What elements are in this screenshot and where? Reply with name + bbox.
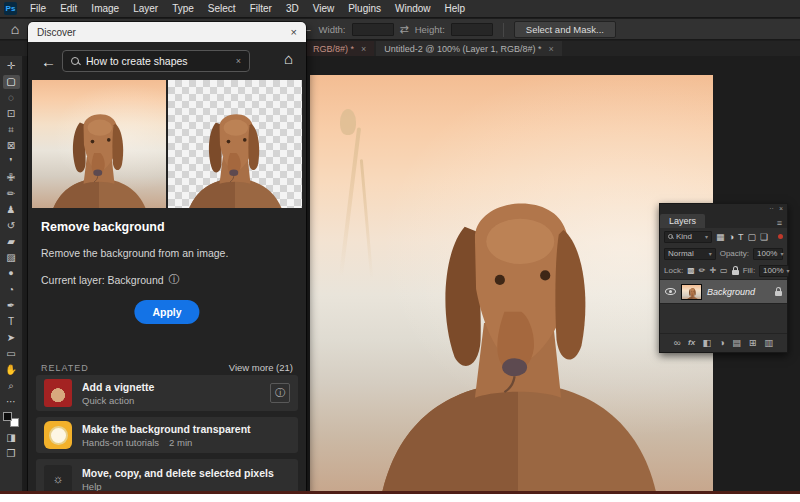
discover-titlebar[interactable]: Discover × <box>28 22 306 42</box>
filter-toggle-icon[interactable] <box>778 234 783 239</box>
edit-toolbar-icon[interactable]: ⋯ <box>3 395 20 409</box>
close-icon[interactable]: × <box>291 26 297 38</box>
panel-menu-icon[interactable]: ≡ <box>777 218 787 228</box>
clear-search-icon[interactable]: × <box>236 56 241 66</box>
select-and-mask-button[interactable]: Select and Mask... <box>514 21 616 38</box>
document-tab-active[interactable]: RGB/8#) * × <box>305 41 374 56</box>
layer-effects-icon[interactable]: fx <box>688 337 695 349</box>
related-card-vignette[interactable]: Add a vignette Quick action ⓘ <box>36 375 298 411</box>
opacity-dropdown[interactable]: 100% ▾ <box>753 248 783 260</box>
height-input[interactable] <box>451 23 493 36</box>
close-tab-icon[interactable]: × <box>361 44 366 54</box>
back-arrow-icon[interactable]: ← <box>41 53 56 70</box>
menu-window[interactable]: Window <box>388 0 438 18</box>
zoom-tool[interactable]: ⌕ <box>3 379 20 393</box>
related-card-transparent-background[interactable]: Make the background transparent Hands-on… <box>36 417 298 453</box>
lock-artboard-icon[interactable]: ▭ <box>720 265 728 277</box>
eyedropper-tool[interactable]: ❜ <box>3 155 20 169</box>
layer-visibility-eye-icon[interactable] <box>665 288 676 295</box>
apply-button[interactable]: Apply <box>134 300 199 324</box>
info-icon[interactable]: ⓘ <box>169 272 180 287</box>
filter-smart-objects-icon[interactable]: ❏ <box>760 231 768 243</box>
hand-tool[interactable]: ✋ <box>3 363 20 377</box>
frame-tool[interactable]: ⊠ <box>3 139 20 153</box>
history-brush-tool[interactable]: ↺ <box>3 219 20 233</box>
link-layers-icon[interactable]: ∞ <box>674 337 681 349</box>
canvas-image[interactable] <box>310 75 713 491</box>
new-group-icon[interactable]: ▤ <box>732 337 741 349</box>
fill-dropdown[interactable]: 100% ▾ <box>759 265 789 277</box>
chevron-down-icon: ▾ <box>787 267 790 274</box>
discover-search-input[interactable]: How to create shapes × <box>62 50 250 72</box>
lightbulb-icon: ☼ <box>44 465 72 493</box>
lasso-tool[interactable]: ◌ <box>3 91 20 105</box>
info-icon[interactable]: ⓘ <box>270 383 290 403</box>
filter-shape-layers-icon[interactable]: ▢ <box>747 231 756 243</box>
blend-mode-dropdown[interactable]: Normal ▾ <box>664 248 716 260</box>
layer-thumbnail[interactable] <box>681 284 702 300</box>
color-swatches[interactable] <box>3 412 19 427</box>
delete-layer-icon[interactable]: ▥ <box>764 337 773 349</box>
filter-kind-dropdown[interactable]: Kind ▾ <box>664 231 712 243</box>
pen-tool[interactable]: ✒ <box>3 299 20 313</box>
width-input[interactable] <box>352 23 394 36</box>
type-tool[interactable]: T <box>3 315 20 329</box>
filter-type-layers-icon[interactable]: T <box>738 231 744 243</box>
shape-tool[interactable]: ▭ <box>3 347 20 361</box>
gradient-tool[interactable]: ▨ <box>3 251 20 265</box>
menu-image[interactable]: Image <box>84 0 126 18</box>
object-selection-tool[interactable]: ⊡ <box>3 107 20 121</box>
fill-value: 100% <box>763 266 783 275</box>
card-title: Make the background transparent <box>82 423 290 435</box>
menu-layer[interactable]: Layer <box>126 0 165 18</box>
adjustment-layer-icon[interactable]: ◑ <box>719 337 725 349</box>
crop-tool[interactable]: ⌗ <box>3 123 20 137</box>
lock-all-icon[interactable] <box>732 270 739 275</box>
document-tab-label: RGB/8#) * <box>313 44 354 54</box>
clone-stamp-tool[interactable]: ♟ <box>3 203 20 217</box>
kind-label: Kind <box>676 232 692 241</box>
menu-edit[interactable]: Edit <box>53 0 84 18</box>
options-divider <box>503 23 504 37</box>
related-card-move-copy-delete[interactable]: ☼ Move, copy, and delete selected pixels… <box>36 459 298 494</box>
menu-view[interactable]: View <box>306 0 342 18</box>
close-tab-icon[interactable]: × <box>549 44 554 54</box>
dodge-tool[interactable]: ◔ <box>3 283 20 297</box>
layer-row-background[interactable]: Background <box>660 279 787 304</box>
foreground-color-swatch[interactable] <box>3 412 12 421</box>
lock-transparency-icon[interactable]: ▩ <box>687 265 695 277</box>
screen-mode-icon[interactable]: ❐ <box>3 447 20 461</box>
rectangular-marquee-tool[interactable]: ▢ <box>3 75 20 89</box>
lock-paint-icon[interactable]: ✏ <box>699 265 706 277</box>
menu-type[interactable]: Type <box>165 0 201 18</box>
menu-file[interactable]: File <box>23 0 53 18</box>
layer-name[interactable]: Background <box>707 287 770 297</box>
menu-select[interactable]: Select <box>201 0 243 18</box>
swap-dimensions-icon[interactable]: ⇄ <box>400 23 409 36</box>
add-layer-mask-icon[interactable]: ◧ <box>703 337 712 349</box>
tab-layers[interactable]: Layers <box>660 214 705 228</box>
eraser-tool[interactable]: ▰ <box>3 235 20 249</box>
document-tab-untitled2[interactable]: Untitled-2 @ 100% (Layer 1, RGB/8#) * × <box>376 41 561 56</box>
menu-plugins[interactable]: Plugins <box>341 0 388 18</box>
filter-adjustment-layers-icon[interactable]: ◑ <box>729 231 734 243</box>
new-layer-icon[interactable]: ⊞ <box>749 337 757 349</box>
move-tool[interactable]: ✛ <box>3 59 20 73</box>
view-more-link[interactable]: View more (21) <box>229 362 293 373</box>
collapse-panel-icon[interactable]: ·· <box>769 205 774 212</box>
discover-home-icon[interactable]: ⌂ <box>284 50 293 67</box>
lock-position-icon[interactable]: ✛ <box>709 265 716 277</box>
healing-brush-tool[interactable]: ✙ <box>3 171 20 185</box>
filter-pixel-layers-icon[interactable]: ▦ <box>716 231 725 243</box>
menu-filter[interactable]: Filter <box>243 0 279 18</box>
home-screen-icon[interactable]: ⌂ <box>6 20 24 38</box>
close-panel-icon[interactable]: × <box>779 205 783 212</box>
path-selection-tool[interactable]: ➤ <box>3 331 20 345</box>
chevron-down-icon: ▾ <box>709 250 712 257</box>
menu-help[interactable]: Help <box>438 0 473 18</box>
quick-mask-mode-icon[interactable]: ◨ <box>3 431 20 445</box>
blur-tool[interactable]: ● <box>3 267 20 281</box>
menu-3d[interactable]: 3D <box>279 0 306 18</box>
tools-panel: ✛ ▢ ◌ ⊡ ⌗ ⊠ ❜ ✙ ✏ ♟ ↺ ▰ ▨ ● ◔ ✒ T ➤ ▭ ✋ … <box>0 56 23 494</box>
brush-tool[interactable]: ✏ <box>3 187 20 201</box>
